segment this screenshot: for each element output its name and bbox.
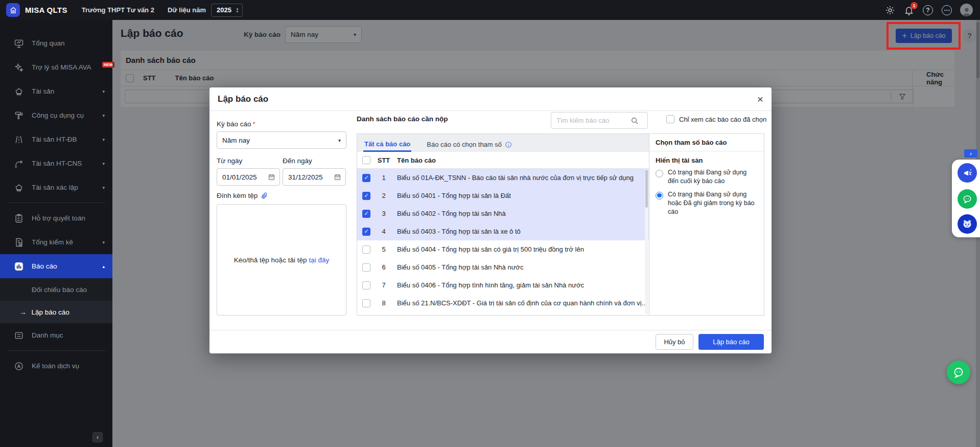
sidebar-nav: Tổng quan Trợ lý số MISA AVA NEW Tài sản… [0,20,112,447]
radio-selected[interactable] [656,192,663,199]
only-selected-toggle[interactable]: Chỉ xem các báo cáo đã chọn [666,115,766,123]
sidebar-item-misa-ava[interactable]: Trợ lý số MISA AVA NEW [0,55,112,79]
modal-table-header: STT Tên báo cáo [357,152,649,169]
sidebar-item-bao-cao[interactable]: Báo cáo ▴ [0,254,112,278]
tab-param-reports[interactable]: Báo cáo có chọn tham số [426,137,513,152]
bar-chart-icon [14,261,24,272]
year-stepper[interactable]: 2025 ▲ ▼ [211,4,243,17]
list-scrollbar-thumb[interactable] [645,170,648,208]
info-icon[interactable] [505,141,512,148]
table-row[interactable]: 8 Biểu số 21.N/BCS-XDĐT - Giá trị tài sả… [357,294,649,312]
table-row-clipped[interactable] [357,312,649,315]
sidebar-collapse-button[interactable]: ‹ [92,432,103,442]
report-search-box[interactable] [551,112,648,129]
radio-unselected[interactable] [656,170,663,177]
row-checkbox[interactable] [362,263,370,272]
person-icon [961,6,972,16]
report-search-input[interactable] [556,117,631,124]
report-params-panel: Chọn tham số báo cáo Hiển thị tài sản Có… [649,134,764,315]
organization-name[interactable]: Trường THPT Tư vấn 2 [82,6,154,14]
assistant-bot-fab[interactable] [958,214,977,234]
year-spin-buttons[interactable]: ▲ ▼ [236,7,239,13]
sidebar-item-danh-muc[interactable]: Danh mục [0,323,112,347]
widget-collapse-button[interactable]: › [964,149,977,158]
submit-button[interactable]: Lập báo cáo [698,334,764,350]
report-list: Tất cả báo cáo Báo cáo có chọn tham số S… [357,134,649,315]
sidebar-item-cong-cu-dung-cu[interactable]: Công cụ dụng cụ ▾ [0,103,112,127]
sidebar-item-tong-quan[interactable]: Tổng quan [0,31,112,55]
chevron-down-icon: ▾ [102,161,105,166]
sidebar-item-tong-kiem-ke[interactable]: Tổng kiểm kê ▾ [0,230,112,254]
sidebar-subitem-lap-bao-cao[interactable]: → Lập báo cáo [0,301,112,323]
sidebar-item-ho-tro-quyet-toan[interactable]: Hỗ trợ quyết toán [0,206,112,230]
row-checkbox[interactable] [362,245,370,254]
tab-all-reports[interactable]: Tất cả báo cáo [363,136,411,152]
announcements-fab[interactable] [958,163,977,183]
cancel-button[interactable]: Hủy bỏ [656,334,693,350]
row-checkbox[interactable] [362,299,370,307]
sidebar-item-label: Tài sản HT-CNS [32,160,82,167]
sidebar-item-tai-san[interactable]: Tài sản ▾ [0,79,112,103]
modal-select-all-checkbox[interactable] [362,156,370,164]
sidebar-item-ke-toan-dich-vu[interactable]: Kế toán dịch vụ [0,354,112,378]
data-year-label: Dữ liệu năm [168,6,206,14]
check-icon: ✓ [364,210,368,217]
from-date-input[interactable]: 01/01/2025 [217,168,280,186]
more-button[interactable]: ⋯ [941,5,952,16]
calendar-icon[interactable] [334,173,341,181]
paperclip-icon[interactable] [261,192,268,199]
sidebar-item-tai-san-xac-lap[interactable]: Tài sản xác lập ▾ [0,175,112,199]
sidebar-subitem-label: Lập báo cáo [32,308,69,316]
table-row[interactable]: ✓ 1 Biểu số 01A-ĐK_TSNN - Báo cáo tài sả… [357,169,649,187]
ellipsis-icon: ⋯ [942,5,952,15]
settings-button[interactable] [884,5,896,16]
app-logo[interactable] [6,3,20,17]
spin-down-icon[interactable]: ▼ [236,10,239,13]
row-checkbox-checked[interactable]: ✓ [362,228,370,236]
radio-option-1[interactable]: Có trạng thái Đang sử dụng đến cuối kỳ b… [656,168,758,186]
row-name: Biểu số 21.N/BCS-XDĐT - Giá trị tài sản … [397,299,645,307]
notifications-button[interactable]: 1 [903,5,915,16]
tab-all-label: Tất cả báo cáo [364,140,410,148]
row-name: Biểu số 0406 - Tổng hợp tình hình tăng, … [397,281,645,289]
to-date-input[interactable]: 31/12/2025 [283,168,346,186]
user-avatar[interactable] [960,4,973,16]
row-checkbox[interactable] [362,281,370,289]
calendar-icon[interactable] [268,173,275,181]
sidebar-subitem-label: Đối chiếu báo cáo [32,286,87,294]
sidebar-item-tai-san-ht-db[interactable]: Tài sản HT-ĐB ▾ [0,127,112,151]
sidebar-item-label: Kế toán dịch vụ [32,362,79,370]
close-icon[interactable]: × [757,94,763,104]
table-row[interactable]: ✓ 2 Biểu số 0401 - Tổng hợp tài sản là Đ… [357,187,649,205]
chevron-down-icon: ▾ [102,137,105,142]
file-dropzone[interactable]: Kéo/thả tệp hoặc tải tệptại đây [217,204,346,316]
row-name: Biểu số 0404 - Tổng hợp tài sản có giá t… [397,245,645,253]
table-row[interactable]: ✓ 4 Biểu số 0403 - Tổng hợp tài sản là x… [357,222,649,240]
sidebar-item-tai-san-ht-cns[interactable]: Tài sản HT-CNS ▾ [0,151,112,175]
dropzone-upload-link[interactable]: tại đây [309,256,329,264]
row-checkbox-checked[interactable]: ✓ [362,174,370,182]
row-checkbox-checked[interactable]: ✓ [362,192,370,200]
table-row[interactable]: 7 Biểu số 0406 - Tổng hợp tình hình tăng… [357,276,649,294]
support-chat-fab[interactable] [958,189,977,209]
help-button[interactable]: ? [922,5,934,16]
row-checkbox-checked[interactable]: ✓ [362,210,370,218]
sidebar-subitem-doi-chieu-bao-cao[interactable]: Đối chiếu báo cáo [0,278,112,301]
row-stt: 6 [370,263,397,271]
list-scrollbar[interactable] [645,169,648,314]
from-date-label: Từ ngày [217,157,242,165]
radio-option-2[interactable]: Có trạng thái Đang sử dụng hoặc Đã ghi g… [656,190,758,217]
table-row[interactable]: 5 Biểu số 0404 - Tổng hợp tài sản có giá… [357,240,649,258]
modal-period-select[interactable]: Năm nay ▾ [217,131,346,149]
table-row[interactable]: 6 Biểu số 0405 - Tổng hợp tài sản Nhà nư… [357,258,649,276]
table-row[interactable]: ✓ 3 Biểu số 0402 - Tổng hợp tài sản Nhà [357,205,649,222]
row-name: Biểu số 0402 - Tổng hợp tài sản Nhà [397,210,645,217]
help-chat-fab[interactable] [947,361,970,384]
only-selected-checkbox[interactable] [666,115,674,123]
paint-roller-icon [14,110,24,121]
chevron-down-icon: ▾ [102,240,105,245]
modal-column-name: Tên báo cáo [397,157,645,164]
sidebar-item-label: Báo cáo [32,262,57,270]
params-body: Hiển thị tài sản Có trạng thái Đang sử d… [649,151,764,226]
chevron-left-icon: ‹ [97,434,99,441]
